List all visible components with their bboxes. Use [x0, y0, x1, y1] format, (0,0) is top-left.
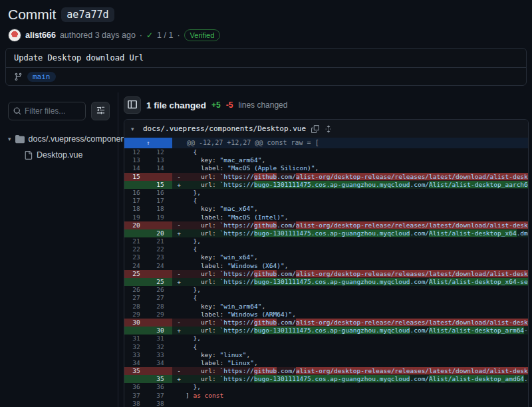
old-line-number[interactable]: 13: [124, 156, 148, 164]
tree-file-row[interactable]: Desktop.vue: [8, 147, 110, 163]
new-line-number[interactable]: 19: [148, 213, 172, 221]
code-segment: github: [254, 221, 277, 229]
unfold-file-icon[interactable]: [325, 125, 332, 133]
lines-changed-label: lines changed: [238, 100, 287, 110]
verified-badge[interactable]: Verified: [184, 29, 221, 41]
old-line-number[interactable]: 16: [124, 189, 148, 197]
new-line-number[interactable]: 15: [148, 181, 172, 189]
new-line-number[interactable]: 34: [148, 359, 172, 367]
old-line-number[interactable]: [124, 229, 148, 237]
new-line-number[interactable]: 26: [148, 286, 172, 294]
old-line-number[interactable]: 14: [124, 164, 148, 172]
new-line-number[interactable]: 14: [148, 164, 172, 172]
old-line-number[interactable]: 32: [124, 343, 148, 351]
diff-marker: [172, 335, 186, 342]
code-segment: url:: [186, 221, 219, 229]
code-segment: -setup.exe`: [524, 327, 528, 334]
copy-icon[interactable]: [311, 125, 319, 133]
code-line: {: [186, 245, 528, 253]
new-line-number[interactable]: 30: [148, 327, 172, 335]
code-segment: Alist/alist-desktop_arm64: [429, 327, 524, 334]
new-line-number[interactable]: [148, 367, 172, 375]
old-line-number[interactable]: [124, 375, 148, 383]
new-line-number[interactable]: [148, 319, 172, 327]
new-line-number[interactable]: 31: [148, 335, 172, 342]
new-line-number[interactable]: 35: [148, 375, 172, 383]
new-line-number[interactable]: 21: [148, 237, 172, 245]
new-line-number[interactable]: 25: [148, 278, 172, 286]
file-path-link[interactable]: docs/.vuepress/components/Desktop.vue: [143, 124, 306, 133]
code-segment: github: [254, 319, 277, 326]
new-line-number[interactable]: 16: [148, 189, 172, 197]
code-segment: url:: [186, 270, 219, 277]
branch-chip[interactable]: main: [27, 72, 56, 82]
old-line-number[interactable]: 23: [124, 253, 148, 261]
avatar[interactable]: [8, 29, 21, 42]
old-line-number[interactable]: 38: [124, 400, 148, 407]
new-line-number[interactable]: [148, 221, 172, 229]
new-line-number[interactable]: 18: [148, 205, 172, 213]
new-line-number[interactable]: 29: [148, 311, 172, 319]
new-line-number[interactable]: 22: [148, 245, 172, 253]
code-segment: `https://: [219, 221, 253, 229]
filter-options-button[interactable]: [91, 102, 110, 120]
old-line-number[interactable]: 15: [124, 173, 148, 181]
old-line-number[interactable]: 34: [124, 359, 148, 367]
old-line-number[interactable]: 25: [124, 270, 148, 278]
new-line-number[interactable]: 38: [148, 400, 172, 407]
new-line-number[interactable]: [148, 173, 172, 181]
old-line-number[interactable]: 36: [124, 383, 148, 391]
old-line-number[interactable]: 18: [124, 205, 148, 213]
old-line-number[interactable]: 22: [124, 245, 148, 253]
new-line-number[interactable]: 27: [148, 294, 172, 302]
old-line-number[interactable]: 21: [124, 237, 148, 245]
checks-count[interactable]: 1 / 1: [157, 31, 173, 40]
diff-line: 3434 label: "Linux",: [124, 359, 528, 367]
diff-marker: [172, 237, 186, 245]
new-line-number[interactable]: 20: [148, 229, 172, 237]
deletions-count: -5: [226, 100, 233, 110]
collapse-sidebar-button[interactable]: [124, 96, 141, 114]
code-segment: as const: [193, 392, 223, 399]
new-line-number[interactable]: 32: [148, 343, 172, 351]
code-segment: ,: [254, 253, 258, 261]
old-line-number[interactable]: 28: [124, 303, 148, 311]
old-line-number[interactable]: 35: [124, 367, 148, 375]
old-line-number[interactable]: 17: [124, 197, 148, 205]
old-line-number[interactable]: 26: [124, 286, 148, 294]
new-line-number[interactable]: 13: [148, 156, 172, 164]
new-line-number[interactable]: 12: [148, 148, 172, 156]
old-line-number[interactable]: 33: [124, 351, 148, 359]
chevron-down-icon[interactable]: ▾: [131, 126, 138, 132]
expand-up-button[interactable]: ↑: [124, 138, 172, 148]
code-line: {: [186, 343, 528, 351]
old-line-number[interactable]: 12: [124, 148, 148, 156]
code-segment: url:: [186, 319, 219, 326]
new-line-number[interactable]: 28: [148, 303, 172, 311]
old-line-number[interactable]: 27: [124, 294, 148, 302]
old-line-number[interactable]: 37: [124, 392, 148, 400]
old-line-number[interactable]: [124, 327, 148, 335]
sliders-icon: [96, 106, 105, 116]
new-line-number[interactable]: 33: [148, 351, 172, 359]
old-line-number[interactable]: 31: [124, 335, 148, 342]
old-line-number[interactable]: 24: [124, 262, 148, 270]
diff-marker: -: [172, 367, 186, 375]
new-line-number[interactable]: 36: [148, 383, 172, 391]
old-line-number[interactable]: [124, 278, 148, 286]
code-segment: },: [186, 335, 201, 342]
new-line-number[interactable]: 24: [148, 262, 172, 270]
old-line-number[interactable]: 20: [124, 221, 148, 229]
new-line-number[interactable]: 17: [148, 197, 172, 205]
new-line-number[interactable]: 23: [148, 253, 172, 261]
old-line-number[interactable]: [124, 181, 148, 189]
filter-files-input[interactable]: [25, 106, 78, 116]
code-segment: "mac_arm64": [219, 156, 261, 164]
old-line-number[interactable]: 19: [124, 213, 148, 221]
old-line-number[interactable]: 30: [124, 319, 148, 327]
new-line-number[interactable]: 37: [148, 392, 172, 400]
old-line-number[interactable]: 29: [124, 311, 148, 319]
new-line-number[interactable]: [148, 270, 172, 278]
author-name[interactable]: alist666: [25, 31, 56, 40]
tree-folder-row[interactable]: ▾ docs/.vuepress/components: [8, 131, 110, 147]
